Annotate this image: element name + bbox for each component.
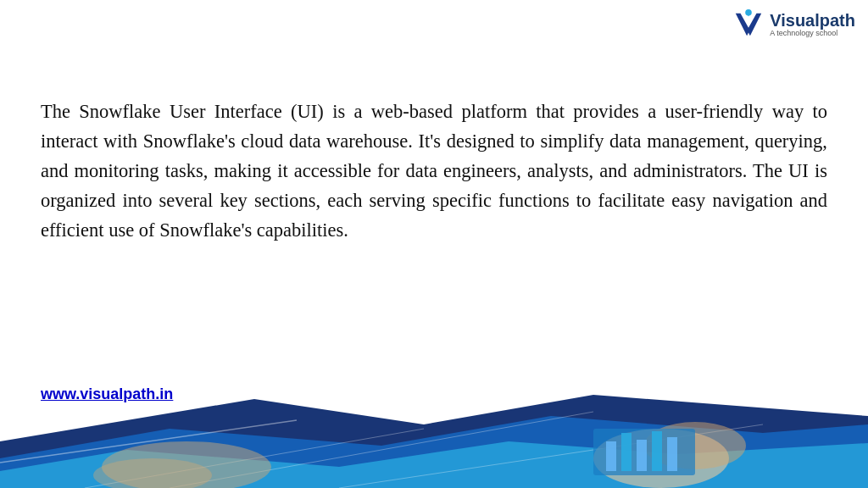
svg-rect-17 xyxy=(667,437,677,471)
logo-main-text: Visualpath xyxy=(770,11,855,30)
slide-container: Visualpath A technology school The Snowf… xyxy=(0,0,868,488)
svg-marker-0 xyxy=(736,14,761,36)
svg-rect-14 xyxy=(621,433,632,471)
logo-text: Visualpath A technology school xyxy=(770,11,855,38)
logo-area: Visualpath A technology school xyxy=(732,8,855,41)
svg-point-19 xyxy=(93,458,212,488)
website-link[interactable]: www.visualpath.in xyxy=(41,385,173,403)
svg-line-7 xyxy=(85,429,424,488)
svg-point-10 xyxy=(593,429,729,488)
svg-marker-5 xyxy=(0,441,868,488)
svg-marker-4 xyxy=(0,416,868,488)
svg-rect-13 xyxy=(606,441,616,471)
svg-rect-15 xyxy=(637,440,647,471)
svg-line-6 xyxy=(0,420,297,463)
main-content-area: The Snowflake User Interface (UI) is a w… xyxy=(41,97,827,378)
logo-icon xyxy=(732,8,765,41)
svg-line-8 xyxy=(170,412,593,488)
logo-sub-text: A technology school xyxy=(770,30,855,38)
svg-point-18 xyxy=(102,441,271,488)
svg-point-11 xyxy=(644,422,746,469)
svg-rect-12 xyxy=(593,429,695,475)
svg-marker-3 xyxy=(0,395,868,488)
svg-line-9 xyxy=(339,424,763,488)
main-paragraph: The Snowflake User Interface (UI) is a w… xyxy=(41,97,827,245)
svg-rect-16 xyxy=(652,431,662,471)
svg-point-2 xyxy=(745,9,752,16)
